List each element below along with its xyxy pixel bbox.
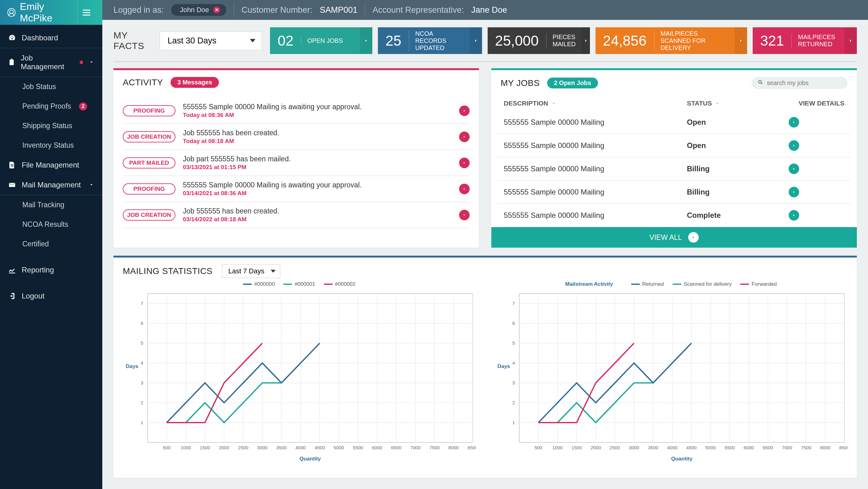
activity-title: ACTIVITY [123, 78, 163, 87]
divider [365, 3, 365, 17]
nav-mail-management[interactable]: Mail Management [0, 175, 102, 195]
jobs-search-input[interactable] [767, 80, 845, 87]
search-icon [757, 80, 763, 87]
svg-text:1: 1 [141, 420, 143, 425]
facts-range-dropdown[interactable]: Last 30 Days [160, 31, 262, 50]
myjobs-panel: MY JOBS 2 Open Jobs DESCRIPTION STATUS V… [491, 68, 857, 248]
fact-num: 321 [753, 32, 792, 49]
activity-open-button[interactable] [459, 157, 470, 168]
nav-dashboard[interactable]: Dashboard [0, 28, 102, 48]
job-desc: 555555 Sample 00000 Mailing [504, 118, 687, 126]
nav-logout[interactable]: Logout [0, 286, 102, 306]
job-view-button[interactable] [788, 187, 799, 197]
nav-inventory-status[interactable]: Inventory Status [0, 136, 102, 155]
chevron-right-icon [470, 27, 482, 54]
svg-text:4000: 4000 [667, 445, 677, 450]
nav-label: Shipping Status [22, 122, 72, 130]
customer-number-value: SAMP001 [320, 5, 358, 15]
menu-toggle[interactable] [78, 0, 95, 25]
chart-svg: 5001000150020002500300035004000450050005… [123, 290, 476, 464]
fact-card-ncoa[interactable]: 25 NCOA RECORDS UPDATED [378, 27, 482, 54]
view-all-button[interactable]: VIEW ALL [491, 227, 857, 248]
jobs-search[interactable] [751, 77, 847, 89]
activity-open-button[interactable] [459, 106, 470, 116]
svg-text:5000: 5000 [334, 445, 344, 450]
nav-mail-tracking[interactable]: Mail Tracking [0, 195, 102, 215]
nav-label: Job Management [21, 54, 72, 71]
logged-in-as-label: Logged in as: [114, 5, 164, 15]
svg-text:7500: 7500 [801, 445, 811, 450]
activity-open-button[interactable] [459, 184, 470, 194]
stats-range-dropdown[interactable]: Last 7 Days [222, 264, 280, 278]
fact-card-pieces-mailed[interactable]: 25,000 PIECES MAILED [488, 27, 590, 54]
svg-text:7000: 7000 [410, 445, 421, 450]
activity-open-button[interactable] [459, 132, 470, 142]
envelope-icon [8, 181, 16, 189]
job-view-button[interactable] [788, 210, 799, 221]
svg-text:1500: 1500 [571, 445, 582, 450]
nav-label: Mail Tracking [22, 201, 64, 209]
svg-text:1: 1 [513, 420, 515, 425]
fact-card-scanned[interactable]: 24,856 MAILPIECES SCANNED FOR DELIVERY [595, 27, 747, 54]
nav-job-status[interactable]: Job Status [0, 77, 102, 96]
nav-label: Dashboard [22, 33, 58, 42]
myjobs-count-pill: 2 Open Jobs [547, 78, 598, 88]
nav-label: Reporting [22, 266, 54, 274]
job-row: 555555 Sample 00000 MailingOpen [498, 111, 850, 134]
fact-cards: 02 OPEN JOBS 25 NCOA RECORDS UPDATED 25,… [270, 27, 857, 54]
nav: Dashboard Job Management Job Status Pend… [0, 25, 102, 306]
fact-card-open-jobs[interactable]: 02 OPEN JOBS [270, 27, 372, 54]
activity-time: 03/13/2021 at 01:15 PM [183, 164, 452, 171]
activity-msg: Job part 555555 has been mailed. [183, 155, 452, 163]
fact-label: MAILPIECES SCANNED FOR DELIVERY [654, 30, 735, 52]
fact-card-returned[interactable]: 321 MAILPIECES RETURNED [753, 27, 857, 54]
svg-text:4500: 4500 [686, 445, 696, 450]
nav-ncoa-results[interactable]: NCOA Results [0, 215, 102, 234]
user-name: Emily McPike [20, 1, 74, 24]
nav-reporting[interactable]: Reporting [0, 260, 102, 280]
job-view-button[interactable] [788, 117, 799, 127]
svg-text:4000: 4000 [296, 445, 306, 450]
job-status: Open [687, 118, 788, 126]
job-status: Complete [687, 211, 788, 220]
svg-text:8500: 8500 [467, 445, 476, 450]
chevron-down-icon [89, 58, 94, 67]
legend-item: Scanned for delivery [673, 281, 732, 287]
fact-num: 24,856 [595, 32, 654, 49]
close-icon[interactable]: ✕ [213, 6, 220, 13]
fact-num: 02 [270, 32, 301, 49]
nav-label: NCOA Results [22, 220, 68, 229]
svg-text:4500: 4500 [315, 445, 325, 450]
activity-tag: PROOFING [123, 183, 176, 195]
activity-item: PROOFING555555 Sample 00000 Mailing is a… [123, 176, 470, 202]
activity-count-pill: 3 Messages [170, 77, 219, 88]
nav-certified[interactable]: Certified [0, 234, 102, 254]
job-view-button[interactable] [788, 164, 799, 174]
nav-job-management[interactable]: Job Management [0, 48, 102, 77]
current-user[interactable]: Emily McPike [7, 1, 74, 24]
col-status[interactable]: STATUS [687, 99, 788, 107]
svg-text:4: 4 [141, 360, 143, 366]
stats-range-value: Last 7 Days [228, 267, 265, 275]
fact-num: 25,000 [488, 32, 546, 49]
svg-text:1000: 1000 [181, 445, 191, 450]
svg-text:Quantity: Quantity [300, 456, 321, 462]
svg-text:8000: 8000 [820, 445, 831, 450]
impersonation-pill[interactable]: John Doe ✕ [171, 4, 226, 16]
col-view-details: VIEW DETAILS [788, 99, 844, 107]
content: ACTIVITY 3 Messages PROOFING555555 Sampl… [102, 68, 868, 489]
legend-item: Forwarded [740, 281, 777, 287]
col-description[interactable]: DESCRIPTION [504, 99, 687, 107]
account-rep-label: Account Representative: [373, 5, 464, 15]
activity-open-button[interactable] [459, 210, 470, 220]
job-view-button[interactable] [788, 140, 799, 151]
nav-shipping-status[interactable]: Shipping Status [0, 116, 102, 136]
chevron-down-icon [89, 180, 94, 189]
svg-rect-1 [148, 293, 473, 442]
chevron-down-icon [715, 99, 719, 107]
activity-list: PROOFING555555 Sample 00000 Mailing is a… [114, 95, 479, 237]
nav-pending-proofs[interactable]: Pending Proofs 2 [0, 96, 102, 116]
topbar: Logged in as: John Doe ✕ Customer Number… [102, 0, 868, 20]
nav-file-management[interactable]: File Management [0, 155, 102, 175]
clipboard-icon [8, 58, 15, 66]
